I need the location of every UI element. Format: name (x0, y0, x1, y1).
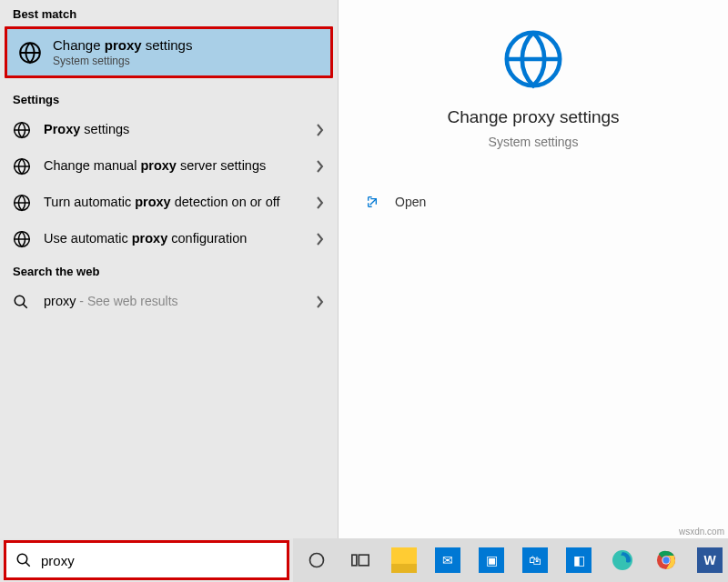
settings-item-label: Proxy settings (44, 121, 316, 139)
photos-icon[interactable]: ▣ (473, 542, 510, 578)
best-match-header: Best match (0, 0, 338, 26)
edge-icon[interactable] (604, 542, 641, 578)
globe-icon (13, 121, 35, 139)
globe-icon (13, 230, 35, 248)
settings-item-auto-config[interactable]: Use automatic proxy configuration (0, 221, 338, 257)
chevron-right-icon (316, 124, 325, 136)
globe-icon (18, 41, 46, 65)
word-icon[interactable]: W (692, 542, 728, 578)
chevron-right-icon (316, 233, 325, 246)
svg-point-8 (310, 554, 324, 567)
best-match-title: Change proxy settings (53, 37, 192, 53)
settings-item-auto-detect[interactable]: Turn automatic proxy detection on or off (0, 185, 338, 221)
best-match-item[interactable]: Change proxy settings System settings (5, 26, 333, 78)
search-icon (15, 552, 32, 568)
svg-point-5 (15, 296, 25, 306)
preview-title: Change proxy settings (447, 107, 619, 127)
open-label: Open (395, 195, 426, 209)
web-header: Search the web (0, 257, 338, 284)
search-results-panel: Best match Change proxy settings System … (0, 0, 339, 538)
globe-icon (13, 157, 35, 176)
search-input[interactable] (41, 553, 278, 568)
file-explorer-icon[interactable] (386, 542, 422, 578)
svg-point-14 (662, 557, 669, 563)
settings-header: Settings (0, 85, 338, 112)
settings-item-label: Use automatic proxy configuration (44, 230, 316, 248)
chevron-right-icon (316, 160, 325, 173)
task-view-icon[interactable] (342, 542, 379, 578)
web-result-proxy[interactable]: proxy - See web results (0, 284, 338, 320)
settings-item-manual-proxy[interactable]: Change manual proxy server settings (0, 148, 338, 185)
chrome-icon[interactable] (648, 542, 684, 578)
settings-item-label: Turn automatic proxy detection on or off (44, 194, 316, 212)
mail-icon[interactable]: ✉ (430, 542, 466, 578)
svg-rect-9 (352, 555, 357, 566)
preview-subtitle: System settings (489, 135, 579, 149)
svg-rect-10 (359, 555, 369, 566)
search-icon (13, 294, 35, 310)
globe-icon (501, 27, 565, 91)
settings-item-proxy[interactable]: Proxy settings (0, 112, 338, 148)
chevron-right-icon (316, 196, 325, 209)
taskbar-icons: ✉ ▣ 🛍 ◧ W (293, 538, 728, 582)
open-icon (366, 195, 380, 209)
best-match-text: Change proxy settings System settings (53, 37, 192, 67)
best-match-subtitle: System settings (53, 55, 192, 67)
web-result-label: proxy - See web results (44, 293, 316, 311)
watermark: wsxdn.com (679, 527, 724, 537)
chevron-right-icon (316, 296, 325, 308)
taskbar-search[interactable] (4, 540, 289, 580)
svg-point-7 (17, 554, 27, 564)
cortana-icon[interactable] (298, 542, 335, 578)
globe-icon (13, 194, 35, 212)
settings-item-label: Change manual proxy server settings (44, 157, 316, 176)
taskbar: ✉ ▣ 🛍 ◧ W (0, 538, 728, 582)
preview-panel: Change proxy settings System settings Op… (339, 0, 728, 538)
open-action[interactable]: Open (339, 187, 728, 216)
store-icon[interactable]: 🛍 (517, 542, 553, 578)
tile-icon[interactable]: ◧ (561, 542, 597, 578)
